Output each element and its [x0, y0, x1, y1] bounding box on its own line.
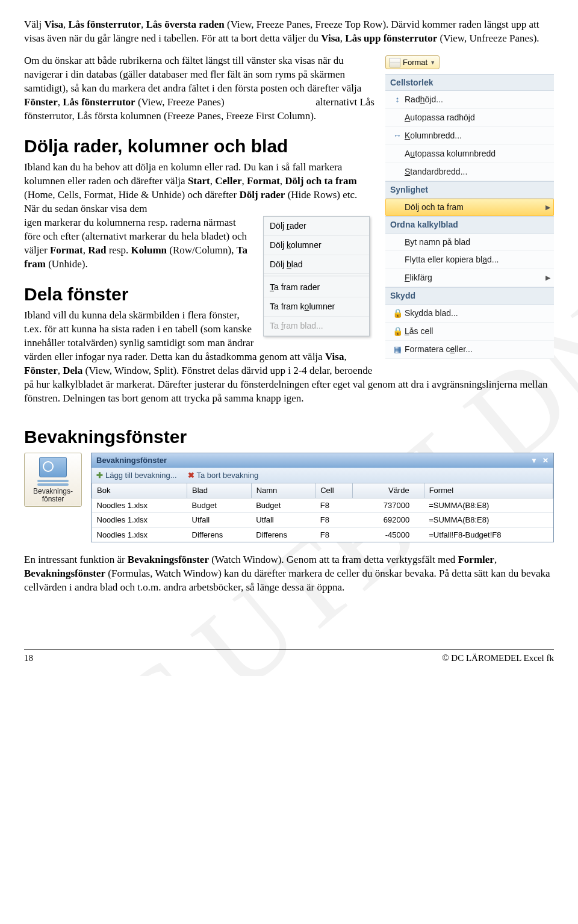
menu-autopassa-radhojd[interactable]: Autopassa radhöjd	[385, 109, 554, 127]
menu-standardbredd[interactable]: Standardbredd...	[385, 163, 554, 181]
menu-las-cell[interactable]: 🔒Lås cell	[385, 323, 554, 341]
submenu-dolj-blad[interactable]: Dölj blad	[264, 255, 369, 274]
menu-byt-namn[interactable]: Byt namn på blad	[385, 234, 554, 252]
watch-window-panel: Bevakningsfönster ▼ ✕ ✚Lägg till bevakni…	[91, 453, 554, 542]
watch-window-title: Bevakningsfönster	[96, 455, 167, 466]
delete-icon: ✖	[188, 470, 194, 481]
col-namn[interactable]: Namn	[251, 483, 315, 498]
paragraph-bevakning: En intressant funktion är Bevakningsföns…	[24, 553, 554, 595]
watch-window-icon	[39, 457, 67, 477]
submenu-ta-fram-blad: Ta fram blad...	[264, 317, 369, 336]
watch-window-ribbon-button[interactable]: Bevaknings-fönster	[24, 453, 82, 506]
menu-dolj-och-ta-fram[interactable]: Dölj och ta fram▶	[385, 199, 554, 216]
menu-formatera-celler[interactable]: ▦Formatera celler...	[385, 341, 554, 359]
lock-sheet-icon: 🔒	[390, 308, 405, 319]
page-footer: 18 © DC LÄROMEDEL Excel fk	[24, 649, 554, 664]
group-cellstorlek: Cellstorlek	[385, 74, 554, 91]
col-cell[interactable]: Cell	[315, 483, 353, 498]
menu-skydda-blad[interactable]: 🔒Skydda blad...	[385, 305, 554, 323]
format-button-label: Format	[403, 57, 427, 68]
table-row[interactable]: Noodles 1.xlsxBudgetBudgetF8737000=SUMMA…	[92, 498, 553, 513]
paragraph-freeze-intro: Välj Visa, Lås fönsterrutor, Lås översta…	[24, 18, 554, 46]
format-button[interactable]: Format ▼	[385, 55, 440, 70]
format-cell-icon	[390, 58, 400, 67]
delete-watch-button[interactable]: ✖Ta bort bevakning	[188, 470, 259, 481]
group-synlighet: Synlighet	[385, 181, 554, 199]
menu-flytta-kopiera[interactable]: Flytta eller kopiera blad...	[385, 251, 554, 269]
page-number: 18	[24, 652, 33, 664]
chevron-down-icon: ▼	[430, 59, 435, 66]
group-ordna: Ordna kalkylblad	[385, 216, 554, 234]
menu-flikfarg[interactable]: Flikfärg▶	[385, 269, 554, 287]
lock-cell-icon: 🔒	[390, 326, 405, 337]
submenu-ta-fram-kolumner[interactable]: Ta fram kolumner	[264, 297, 369, 317]
submenu-arrow-icon: ▶	[545, 273, 550, 282]
table-row[interactable]: Noodles 1.xlsxUtfallUtfallF8692000=SUMMA…	[92, 513, 553, 528]
table-row[interactable]: Noodles 1.xlsxDifferensDifferensF8-45000…	[92, 527, 553, 542]
format-cells-icon: ▦	[390, 344, 405, 355]
dropdown-icon[interactable]: ▼	[530, 456, 538, 465]
submenu-ta-fram-rader[interactable]: Ta fram rader	[264, 278, 369, 297]
submenu-dolj-kolumner[interactable]: Dölj kolumner	[264, 236, 369, 255]
group-skydd: Skydd	[385, 287, 554, 305]
submenu-arrow-icon: ▶	[545, 203, 550, 212]
watch-window-titlebar[interactable]: Bevakningsfönster ▼ ✕	[92, 453, 553, 468]
menu-autopassa-kolumnbredd[interactable]: Autopassa kolumnbredd	[385, 145, 554, 163]
col-width-icon: ↔	[390, 130, 405, 141]
row-height-icon: ↕	[390, 94, 405, 105]
add-watch-button[interactable]: ✚Lägg till bevakning...	[96, 470, 177, 481]
col-blad[interactable]: Blad	[187, 483, 252, 498]
watch-window-button-label: Bevaknings-fönster	[27, 488, 79, 503]
hide-unhide-submenu: Dölj rader Dölj kolumner Dölj blad Ta fr…	[263, 216, 370, 336]
col-bok[interactable]: Bok	[92, 483, 187, 498]
col-varde[interactable]: Värde	[353, 483, 424, 498]
submenu-dolj-rader[interactable]: Dölj rader	[264, 217, 369, 236]
footer-copyright: © DC LÄROMEDEL Excel fk	[442, 652, 554, 664]
close-icon[interactable]: ✕	[542, 456, 548, 465]
menu-kolumnbredd[interactable]: ↔Kolumnbredd...	[385, 127, 554, 145]
plus-icon: ✚	[96, 470, 103, 481]
watch-table: Bok Blad Namn Cell Värde Formel Noodles …	[92, 483, 553, 542]
heading-bevakning: Bevakningsfönster	[24, 425, 554, 450]
format-dropdown-panel: Format ▼ Cellstorlek ↕Radhöjd... Autopas…	[385, 54, 554, 359]
col-formel[interactable]: Formel	[424, 483, 553, 498]
menu-radhojd[interactable]: ↕Radhöjd...	[385, 91, 554, 109]
